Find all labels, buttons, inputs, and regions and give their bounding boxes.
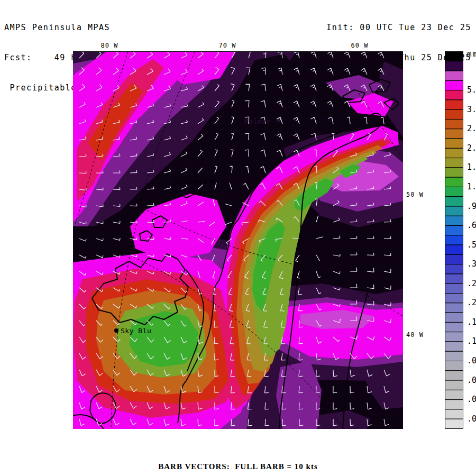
colorbar-tick-label: .52 bbox=[467, 240, 476, 250]
colorbar-cell bbox=[445, 80, 463, 90]
colorbar-cell bbox=[445, 197, 463, 206]
colorbar-cell bbox=[445, 90, 463, 100]
colorbar-tick-label: 1.23 bbox=[467, 182, 476, 191]
barb-legend-caption: BARB VECTORS: FULL BARB = 10 kts bbox=[0, 462, 476, 471]
colorbar-cell bbox=[445, 400, 463, 409]
wind-barb bbox=[181, 239, 188, 239]
colorbar-tick-label: 3.88 bbox=[467, 105, 476, 114]
colorbar-cell bbox=[445, 158, 463, 168]
colorbar-cell bbox=[445, 409, 463, 419]
colorbar-tick-label: .22 bbox=[467, 298, 476, 307]
colorbar-cell bbox=[445, 216, 463, 225]
colorbar-tick-label: .04 bbox=[467, 414, 476, 424]
colorbar-tick-label: .05 bbox=[467, 395, 476, 404]
colorbar-cell bbox=[445, 71, 463, 80]
colorbar-cell bbox=[445, 254, 463, 264]
colorbar-cell bbox=[445, 226, 463, 235]
colorbar-cell bbox=[445, 129, 463, 139]
colorbar-tick-label: .39 bbox=[467, 259, 476, 269]
sky-blu-station-dot bbox=[114, 328, 118, 333]
sky-blu-station-label: Sky Blu bbox=[121, 327, 151, 335]
colorbar-tick-label: .07 bbox=[467, 376, 476, 385]
colorbar-cell bbox=[445, 264, 463, 274]
colorbar-tick-label: .16 bbox=[467, 317, 476, 327]
colorbar-tick-label: .29 bbox=[467, 279, 476, 288]
colorbar-tick-label: 2.19 bbox=[467, 143, 476, 153]
palmer-station-label: Palmer bbox=[244, 117, 271, 125]
colorbar-tick-label: 5.16 bbox=[467, 85, 476, 95]
colorbar-cell bbox=[445, 294, 463, 303]
lon-label-80w: 80 W bbox=[98, 42, 121, 49]
colorbar-cell bbox=[445, 177, 463, 187]
rothera-station-label: Rothera bbox=[177, 177, 207, 185]
colorbar-cell bbox=[445, 351, 463, 361]
colorbar-cell bbox=[445, 235, 463, 245]
colorbar-cell bbox=[445, 371, 463, 380]
colorbar-cell bbox=[445, 139, 463, 148]
colorbar-cell bbox=[445, 206, 463, 216]
colorbar-cell bbox=[445, 61, 463, 71]
init-time-line: Init: 00 UTC Tue 23 Dec 25 bbox=[321, 23, 471, 33]
colorbar-cell bbox=[445, 119, 463, 129]
colorbar-cell bbox=[445, 168, 463, 177]
colorbar-tick-label: 1.64 bbox=[467, 162, 476, 172]
lon-label-50w: 50 W bbox=[406, 191, 424, 198]
colorbar-cell bbox=[445, 109, 463, 119]
colorbar-cell bbox=[445, 361, 463, 371]
colorbar-tick-label: 2.91 bbox=[467, 124, 476, 133]
colorbar-cell bbox=[445, 274, 463, 283]
colorbar-tick-label: .92 bbox=[467, 202, 476, 211]
rothera-station-dot bbox=[210, 180, 214, 184]
weather-plot-page: AMPS Peninsula MPAS Fcst: 49 h Precipita… bbox=[0, 0, 476, 476]
colorbar-cell bbox=[445, 380, 463, 390]
lon-label-60w: 60 W bbox=[348, 42, 371, 49]
colorbar-cell bbox=[445, 322, 463, 332]
colorbar-cell bbox=[445, 313, 463, 322]
colorbar-cell bbox=[445, 390, 463, 399]
colorbar-cell bbox=[445, 100, 463, 109]
colorbar-cell bbox=[445, 245, 463, 254]
colorbar-cells bbox=[445, 51, 464, 429]
palmer-station-dot bbox=[277, 119, 280, 122]
colorbar-cell bbox=[445, 148, 463, 158]
colorbar-cell bbox=[445, 342, 463, 351]
colorbar-tick-label: .09 bbox=[467, 356, 476, 365]
colorbar-cell bbox=[445, 303, 463, 313]
map-panel: Palmer Rothera Sky Blu bbox=[73, 51, 403, 429]
lon-label-70w: 70 W bbox=[216, 42, 239, 49]
colorbar: mm 5.163.882.912.191.641.23.92.69.52.39.… bbox=[445, 51, 476, 429]
colorbar-cell bbox=[445, 187, 463, 196]
lon-label-40w: 40 W bbox=[406, 331, 424, 338]
colorbar-tick-label: .69 bbox=[467, 221, 476, 230]
colorbar-cell bbox=[445, 332, 463, 342]
colorbar-unit: mm bbox=[467, 50, 476, 58]
model-title: AMPS Peninsula MPAS bbox=[4, 23, 143, 33]
colorbar-cell bbox=[445, 419, 463, 428]
colorbar-tick-label: .12 bbox=[467, 336, 476, 346]
colorbar-cell bbox=[445, 283, 463, 293]
colorbar-cell bbox=[445, 52, 463, 61]
